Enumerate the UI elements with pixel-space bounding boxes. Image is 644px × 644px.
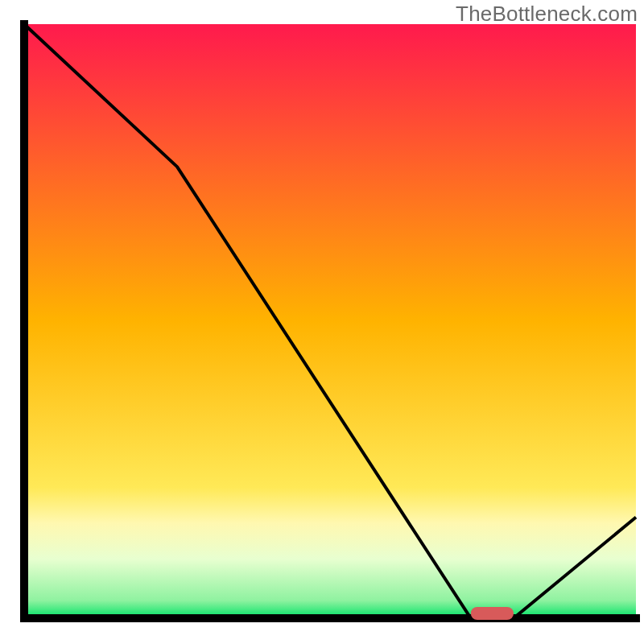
plot-area	[24, 24, 636, 620]
chart-container: TheBottleneck.com	[0, 0, 644, 644]
watermark-text: TheBottleneck.com	[456, 2, 638, 27]
bottleneck-chart	[0, 0, 644, 644]
gradient-background	[24, 24, 636, 618]
optimal-range-marker	[471, 607, 514, 620]
